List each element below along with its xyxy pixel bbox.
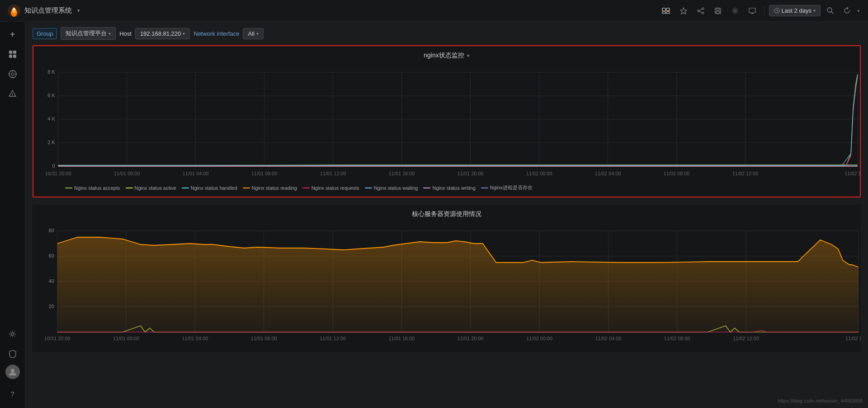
- legend-accepts: Nginx status accepts: [65, 185, 120, 191]
- svg-line-25: [831, 12, 833, 14]
- filter-bar: Group 知识点管理平台 ▾ Host 192.168.81.220 ▾ Ne…: [33, 27, 861, 40]
- svg-text:11/02 00:00: 11/02 00:00: [526, 336, 552, 341]
- svg-text:11/02 04:00: 11/02 04:00: [595, 171, 621, 176]
- svg-rect-29: [13, 55, 16, 58]
- svg-marker-10: [680, 8, 687, 14]
- legend-requests-label: Nginx status requests: [311, 185, 359, 191]
- network-dropdown-arrow-icon: ▾: [256, 31, 259, 36]
- group-value: 知识点管理平台: [66, 29, 107, 38]
- time-range-button[interactable]: Last 2 days ▾: [769, 5, 821, 16]
- svg-rect-20: [749, 8, 755, 13]
- time-range-arrow-icon: ▾: [813, 8, 816, 13]
- svg-text:11/02 08:00: 11/02 08:00: [664, 171, 690, 176]
- sidebar-plus-icon[interactable]: +: [4, 25, 22, 43]
- server-resource-chart-container: 80 60 40 20 10/31 20:00 11/01 00:00 11/0…: [33, 222, 861, 348]
- time-range-label: Last 2 days: [782, 7, 812, 14]
- svg-text:11/01 04:00: 11/01 04:00: [183, 171, 209, 176]
- search-button[interactable]: [823, 5, 837, 16]
- nginx-chart-legend: Nginx status accepts Nginx status active…: [33, 181, 860, 193]
- legend-requests: Nginx status requests: [302, 185, 359, 191]
- sidebar-config-icon[interactable]: [4, 325, 22, 343]
- svg-rect-28: [9, 55, 12, 58]
- topnav-right: Last 2 days ▾ ▾: [658, 5, 861, 17]
- nginx-chart-svg: 8 K 6 K 4 K 2 K 0 10/31 20:00 11/01 00:0…: [33, 63, 860, 181]
- add-panel-button[interactable]: [658, 5, 674, 17]
- host-dropdown[interactable]: 192.168.81.220 ▾: [135, 28, 190, 39]
- network-interface-label: Network interface: [193, 30, 239, 37]
- svg-rect-26: [9, 51, 12, 54]
- network-value: All: [248, 30, 254, 37]
- legend-writing: Nginx status writing: [423, 185, 475, 191]
- nginx-chart-svg-container: 8 K 6 K 4 K 2 K 0 10/31 20:00 11/01 00:0…: [33, 63, 860, 181]
- legend-process-dot: [481, 188, 488, 188]
- svg-text:11/02 16:00: 11/02 16:00: [844, 171, 860, 176]
- svg-text:11/02 16:00: 11/02 16:00: [845, 336, 861, 341]
- svg-text:11/01 20:00: 11/01 20:00: [458, 336, 484, 341]
- svg-text:4 K: 4 K: [47, 116, 55, 122]
- monitor-button[interactable]: [745, 5, 760, 16]
- settings-button[interactable]: [728, 5, 742, 16]
- group-dropdown[interactable]: 知识点管理平台 ▾: [61, 27, 116, 40]
- top-navigation: 知识点管理系统 ▾: [0, 0, 868, 22]
- sidebar-help-icon[interactable]: ?: [4, 385, 22, 403]
- app-logo-icon: [7, 4, 21, 18]
- svg-text:10/31 20:00: 10/31 20:00: [45, 171, 71, 176]
- svg-text:2 K: 2 K: [47, 140, 55, 145]
- user-avatar[interactable]: [5, 365, 20, 379]
- sidebar-shield-icon[interactable]: [4, 345, 22, 363]
- legend-process-label: Nginx进程是否存在: [490, 184, 533, 191]
- svg-rect-17: [717, 8, 719, 10]
- svg-point-38: [11, 333, 14, 335]
- svg-text:11/01 08:00: 11/01 08:00: [251, 336, 277, 341]
- host-dropdown-arrow-icon: ▾: [183, 31, 185, 36]
- svg-text:11/02 00:00: 11/02 00:00: [526, 171, 552, 176]
- share-button[interactable]: [693, 5, 708, 16]
- group-dropdown-arrow-icon: ▾: [108, 31, 111, 36]
- svg-point-11: [702, 8, 704, 9]
- sidebar: +: [0, 22, 25, 408]
- svg-line-14: [699, 9, 702, 10]
- svg-point-31: [11, 73, 14, 75]
- legend-active-label: Nginx status active: [135, 185, 176, 191]
- star-button[interactable]: [676, 5, 691, 16]
- topnav-left: 知识点管理系统 ▾: [7, 4, 80, 18]
- legend-active: Nginx status active: [126, 185, 176, 191]
- svg-text:11/01 00:00: 11/01 00:00: [114, 171, 140, 176]
- svg-point-13: [702, 12, 704, 14]
- host-value: 192.168.81.220: [140, 30, 181, 37]
- legend-writing-dot: [423, 188, 430, 188]
- network-dropdown[interactable]: All ▾: [243, 28, 263, 39]
- nginx-chart-title-arrow-icon[interactable]: ▾: [467, 53, 470, 59]
- svg-text:20: 20: [49, 304, 54, 309]
- svg-rect-18: [716, 11, 720, 13]
- svg-point-39: [11, 369, 14, 372]
- sidebar-dashboard-icon[interactable]: [4, 45, 22, 63]
- svg-point-24: [827, 8, 832, 12]
- legend-requests-dot: [302, 188, 310, 188]
- legend-accepts-label: Nginx status accepts: [74, 185, 120, 191]
- svg-point-37: [12, 95, 13, 96]
- watermark: https://blog.csdn.net/weixin_44953658: [778, 398, 863, 403]
- legend-waiting: Nginx status waiting: [365, 185, 418, 191]
- svg-text:11/01 08:00: 11/01 08:00: [251, 171, 278, 176]
- sidebar-alert-icon[interactable]: [4, 85, 22, 103]
- host-label: Host: [119, 30, 132, 37]
- sidebar-explore-icon[interactable]: [4, 65, 22, 83]
- svg-text:11/02 12:00: 11/02 12:00: [732, 171, 759, 176]
- svg-text:11/02 08:00: 11/02 08:00: [664, 336, 690, 341]
- svg-text:40: 40: [49, 278, 54, 284]
- refresh-button[interactable]: [840, 5, 854, 16]
- legend-process: Nginx进程是否存在: [481, 184, 533, 191]
- svg-text:11/01 00:00: 11/01 00:00: [113, 336, 139, 341]
- nginx-chart-title-row: nginx状态监控 ▾: [33, 50, 860, 63]
- legend-writing-label: Nginx status writing: [432, 185, 475, 191]
- save-button[interactable]: [711, 5, 725, 16]
- legend-reading: Nginx status reading: [243, 185, 297, 191]
- refresh-arrow-button[interactable]: ▾: [857, 7, 861, 15]
- app-title-arrow-icon[interactable]: ▾: [77, 8, 80, 14]
- server-resource-chart-svg: 80 60 40 20 10/31 20:00 11/01 00:00 11/0…: [33, 222, 861, 348]
- svg-text:60: 60: [49, 253, 54, 258]
- legend-reading-label: Nginx status reading: [252, 185, 297, 191]
- svg-text:11/01 16:00: 11/01 16:00: [389, 336, 415, 341]
- svg-text:8 K: 8 K: [47, 69, 55, 75]
